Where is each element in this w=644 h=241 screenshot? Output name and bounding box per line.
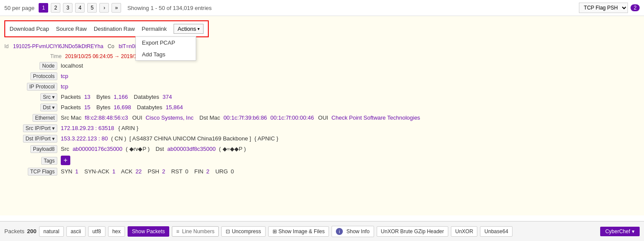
page-3-btn[interactable]: 3: [63, 3, 72, 13]
node-label-container: Node: [4, 62, 61, 70]
tcp-flags-row: TCP Flags SYN 1 SYN-ACK 1 ACK 22 PSH 2 R…: [4, 168, 640, 176]
page-1-btn[interactable]: 1: [39, 3, 48, 13]
dst-ip-btn[interactable]: Dst IP/Port ▾: [23, 135, 57, 143]
oui-label2: OUI: [318, 114, 328, 121]
src-ip-btn[interactable]: Src IP/Port ▾: [23, 124, 57, 132]
ip-protocol-link[interactable]: tcp: [61, 83, 68, 90]
page-5-btn[interactable]: 5: [87, 3, 97, 13]
ip-protocol-btn[interactable]: IP Protocol: [27, 83, 57, 91]
oui-value1[interactable]: Cisco Systems, Inc: [145, 114, 194, 121]
fin-value[interactable]: 2: [206, 168, 209, 175]
dst-databytes-value[interactable]: 15,864: [166, 104, 183, 111]
dst-mac-value2[interactable]: 00:1c:7f:00:00:46: [270, 114, 314, 121]
session-id-row: Id 191025-PFvmUClYl6JNDo5lkDtREYha Co bl…: [4, 43, 640, 49]
page-next-btn[interactable]: ›: [99, 3, 109, 13]
src-bytes-label: Bytes: [96, 94, 111, 100]
payload-src-decoded: ( ◆rv◆P ): [126, 146, 150, 152]
dst-mac-value[interactable]: 00:1c:7f:39:b6:86: [223, 114, 267, 121]
src-stats: Packets 13 Bytes 1,166 Databytes 374: [61, 94, 640, 100]
dst-packets-label: Packets: [61, 104, 81, 111]
protocols-label-container: Protocols: [4, 72, 61, 80]
src-mac-value[interactable]: f8:c2:88:48:56:c3: [85, 114, 128, 121]
oui-value2[interactable]: Check Point Software Technologies: [332, 114, 420, 121]
page-4-btn[interactable]: 4: [75, 3, 85, 13]
actions-dropdown-arrow: ▾: [197, 26, 200, 31]
src-ip-value: 172.18.29.23 : 63518 { ARIN }: [61, 125, 640, 131]
src-ip-link[interactable]: 172.18.29.23 : 63518: [61, 125, 114, 131]
toolbar-box: Download Pcap Source Raw Destination Raw…: [4, 20, 209, 37]
ethernet-label-container: Ethernet: [4, 114, 61, 122]
dst-row: Dst ▾ Packets 15 Bytes 16,698 Databytes …: [4, 104, 640, 111]
tcp-flags-btn[interactable]: TCP Flags: [28, 168, 57, 176]
urg-label: URG: [215, 168, 228, 175]
source-raw-btn[interactable]: Source Raw: [56, 26, 87, 32]
synack-value[interactable]: 1: [112, 168, 115, 175]
src-databytes-value[interactable]: 374: [162, 94, 172, 100]
node-btn[interactable]: Node: [39, 62, 57, 70]
payload-src-value[interactable]: ab00000176c35000: [72, 146, 122, 152]
protocols-link[interactable]: tcp: [61, 73, 68, 79]
rst-label: RST: [171, 168, 182, 175]
payload-dst-decoded: ( ◆=◆◆P ): [219, 146, 246, 152]
ack-value[interactable]: 22: [135, 168, 141, 175]
dst-ip-value: 153.3.222.123 : 80 ( CN ) [ AS4837 CHINA…: [61, 135, 640, 142]
ethernet-btn[interactable]: Ethernet: [33, 114, 57, 122]
top-filter: TCP Flag PSH 2: [579, 3, 640, 13]
src-packets-value[interactable]: 13: [84, 94, 90, 100]
src-bytes-value[interactable]: 1,166: [114, 94, 128, 100]
psh-value[interactable]: 2: [162, 168, 165, 175]
export-pcap-item[interactable]: Export PCAP: [136, 37, 196, 49]
node-row: Node localhost: [4, 62, 640, 70]
time-label: Time: [4, 53, 65, 59]
ip-protocol-label-container: IP Protocol: [4, 83, 61, 91]
destination-raw-btn[interactable]: Destination Raw: [94, 26, 135, 32]
id-label: Id: [4, 43, 9, 49]
payload-dst-value[interactable]: ab00003df8c35000: [168, 146, 216, 152]
syn-value[interactable]: 1: [75, 168, 78, 175]
main-content: Download Pcap Source Raw Destination Raw…: [0, 16, 644, 215]
src-label-container: Src ▾: [4, 93, 61, 101]
dst-ip-link[interactable]: 153.3.222.123 : 80: [61, 135, 108, 142]
download-pcap-btn[interactable]: Download Pcap: [10, 26, 49, 32]
payload-label-container: Payload8: [4, 145, 61, 153]
synack-label: SYN-ACK: [84, 168, 109, 175]
urg-value: 0: [231, 168, 234, 175]
dst-packets-value[interactable]: 15: [84, 104, 90, 111]
dst-ip-label-container: Dst IP/Port ▾: [4, 135, 61, 143]
payload-btn[interactable]: Payload8: [30, 145, 57, 153]
tcp-flag-filter[interactable]: TCP Flag PSH: [579, 3, 628, 13]
id-value[interactable]: 191025-PFvmUClYl6JNDo5lkDtREYha: [13, 43, 103, 49]
page-2-btn[interactable]: 2: [51, 3, 60, 13]
rst-value: 0: [185, 168, 188, 175]
dst-databytes-label: Databytes: [137, 104, 163, 111]
filter-count: 2: [631, 4, 640, 11]
add-tag-btn[interactable]: +: [61, 156, 70, 165]
src-ip-label-container: Src IP/Port ▾: [4, 124, 61, 132]
dst-bytes-value[interactable]: 16,698: [114, 104, 131, 111]
actions-btn[interactable]: Actions ▾: [174, 24, 204, 34]
ip-protocol-value: tcp: [61, 83, 640, 90]
oui-label1: OUI: [132, 114, 142, 121]
tags-btn[interactable]: Tags: [41, 157, 57, 165]
dst-ip-row: Dst IP/Port ▾ 153.3.222.123 : 80 ( CN ) …: [4, 135, 640, 143]
dst-bytes-label: Bytes: [96, 104, 111, 111]
src-ip-row: Src IP/Port ▾ 172.18.29.23 : 63518 { ARI…: [4, 124, 640, 132]
pagination-bar: 50 per page 1 2 3 4 5 › » Showing 1 - 50…: [0, 0, 644, 16]
src-databytes-label: Databytes: [134, 94, 159, 100]
permalink-btn[interactable]: Permalink: [142, 26, 167, 32]
protocols-btn[interactable]: Protocols: [30, 72, 57, 80]
ethernet-value: Src Mac f8:c2:88:48:56:c3 OUI Cisco Syst…: [61, 114, 640, 121]
fin-label: FIN: [194, 168, 204, 175]
node-value: localhost: [61, 62, 640, 69]
src-mac-label: Src Mac: [61, 114, 82, 121]
src-btn[interactable]: Src ▾: [40, 93, 57, 101]
dst-stats: Packets 15 Bytes 16,698 Databytes 15,864: [61, 104, 640, 111]
payload-dst-label: Dst: [155, 146, 164, 152]
syn-label: SYN: [61, 168, 72, 175]
page-last-btn[interactable]: »: [112, 3, 121, 13]
dst-ip-org: { APNIC }: [254, 135, 278, 142]
add-tags-item[interactable]: Add Tags: [136, 49, 196, 60]
src-packets-label: Packets: [61, 94, 81, 100]
time-row: Time 2019/10/25 06:24:05 → 2019/10/25 06…: [4, 53, 640, 59]
dst-btn[interactable]: Dst ▾: [40, 104, 57, 111]
